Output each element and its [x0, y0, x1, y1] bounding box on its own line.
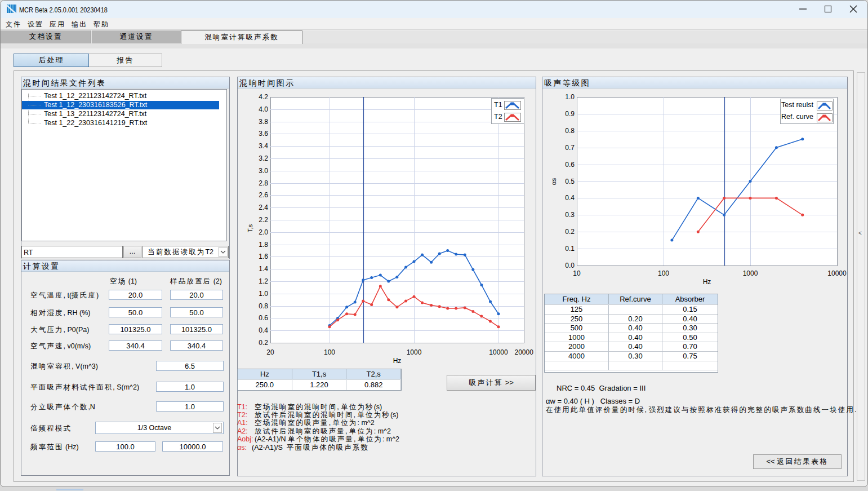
svg-text:0.5: 0.5	[565, 178, 575, 185]
svg-text:Test reulst: Test reulst	[781, 101, 813, 109]
svg-text:10000: 10000	[827, 269, 847, 277]
svg-text:2.0: 2.0	[259, 228, 268, 236]
svg-text:0.7: 0.7	[565, 144, 575, 152]
svg-text:2.2: 2.2	[259, 216, 268, 224]
svg-text:0.3: 0.3	[565, 211, 575, 219]
svg-text:100: 100	[658, 269, 669, 277]
svg-text:1.0: 1.0	[565, 93, 575, 101]
svg-text:2.8: 2.8	[259, 179, 268, 187]
svg-text:0.2: 0.2	[259, 339, 268, 347]
svg-text:T,s: T,s	[247, 224, 253, 232]
svg-text:1.2: 1.2	[259, 277, 268, 285]
svg-text:10: 10	[573, 269, 581, 277]
svg-text:0.6: 0.6	[259, 314, 268, 322]
svg-text:T1: T1	[494, 101, 502, 109]
svg-text:0.4: 0.4	[259, 326, 268, 334]
svg-text:0.1: 0.1	[565, 245, 575, 253]
svg-text:3.4: 3.4	[259, 142, 268, 150]
svg-text:0.2: 0.2	[565, 228, 575, 236]
svg-text:100: 100	[324, 348, 335, 356]
svg-text:0.8: 0.8	[259, 302, 268, 310]
svg-text:2.4: 2.4	[259, 204, 268, 211]
svg-text:T2: T2	[494, 113, 502, 121]
svg-text:1.6: 1.6	[259, 253, 268, 260]
svg-text:0.9: 0.9	[565, 110, 575, 118]
svg-text:Hz: Hz	[703, 278, 711, 286]
svg-text:3.0: 3.0	[259, 167, 268, 175]
svg-text:Ref. curve: Ref. curve	[781, 113, 813, 121]
svg-text:Hz: Hz	[393, 357, 402, 365]
svg-text:0.4: 0.4	[565, 194, 575, 202]
svg-text:10000: 10000	[489, 348, 508, 356]
svg-text:3.8: 3.8	[259, 118, 268, 126]
svg-text:0.8: 0.8	[565, 127, 575, 135]
svg-text:3.2: 3.2	[259, 154, 268, 162]
svg-text:0.0: 0.0	[565, 262, 575, 269]
svg-text:1.4: 1.4	[259, 265, 268, 273]
svg-text:1000: 1000	[743, 269, 758, 277]
svg-text:0.6: 0.6	[565, 161, 575, 169]
svg-text:2.6: 2.6	[259, 191, 268, 199]
svg-text:4.0: 4.0	[259, 105, 268, 113]
svg-text:4.2: 4.2	[259, 93, 268, 101]
svg-text:20000: 20000	[515, 348, 534, 356]
svg-text:20: 20	[266, 348, 274, 356]
svg-text:1.8: 1.8	[259, 241, 268, 249]
svg-text:1.0: 1.0	[259, 290, 268, 298]
svg-text:3.6: 3.6	[259, 130, 268, 138]
svg-text:αs: αs	[550, 178, 557, 185]
svg-text:1000: 1000	[407, 348, 422, 356]
